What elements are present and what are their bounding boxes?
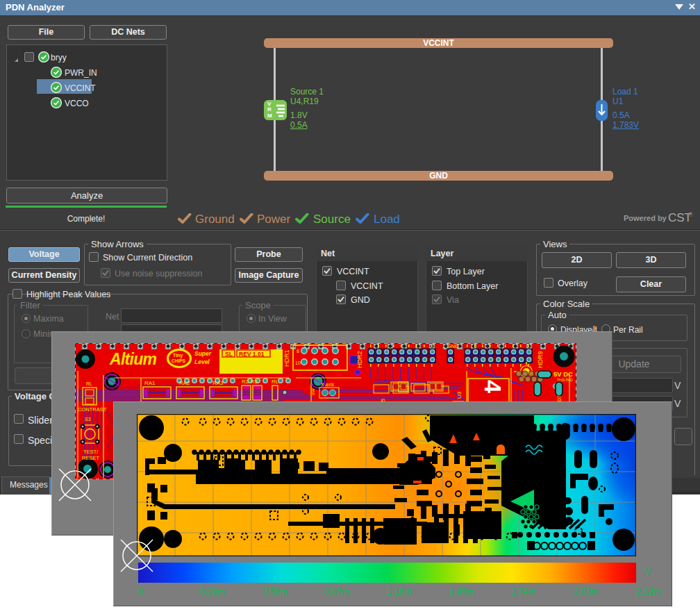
svg-text:RA1: RA1 bbox=[144, 380, 156, 386]
svg-text:R2 R3: R2 R3 bbox=[242, 379, 258, 385]
svg-text:Super: Super bbox=[194, 350, 212, 357]
svg-text:X axis: X axis bbox=[321, 382, 335, 387]
svg-text:S3: S3 bbox=[85, 417, 91, 422]
svg-text:Altium: Altium bbox=[109, 350, 157, 368]
svg-text:THIS PAD: THIS PAD bbox=[557, 378, 573, 382]
svg-text:Level: Level bbox=[194, 358, 210, 365]
svg-text:RA2: RA2 bbox=[179, 380, 190, 386]
svg-text:CONTRAST: CONTRAST bbox=[78, 406, 107, 413]
svg-text:5V DC: 5V DC bbox=[553, 370, 573, 378]
svg-text:8: 8 bbox=[297, 349, 299, 354]
svg-text:TEST/: TEST/ bbox=[83, 449, 99, 455]
svg-text:HDR1: HDR1 bbox=[283, 349, 290, 367]
svg-text:SL: SL bbox=[225, 351, 233, 358]
svg-text:10: 10 bbox=[295, 360, 301, 365]
svg-text:4: 4 bbox=[480, 380, 506, 393]
svg-text:RL: RL bbox=[86, 381, 92, 386]
svg-text:D7: D7 bbox=[557, 395, 562, 401]
svg-text:Tiny: Tiny bbox=[173, 353, 183, 358]
svg-text:U3: U3 bbox=[456, 391, 462, 399]
svg-text:RA3: RA3 bbox=[212, 380, 224, 386]
svg-text:REV 1.01: REV 1.01 bbox=[239, 351, 265, 358]
svg-text:HDR9: HDR9 bbox=[537, 351, 544, 368]
svg-text:HDR2: HDR2 bbox=[356, 351, 363, 368]
svg-text:RESET: RESET bbox=[82, 455, 99, 461]
svg-text:RL: RL bbox=[272, 379, 279, 385]
svg-text:CHIPS: CHIPS bbox=[172, 358, 186, 363]
svg-text:SW: SW bbox=[311, 388, 315, 395]
